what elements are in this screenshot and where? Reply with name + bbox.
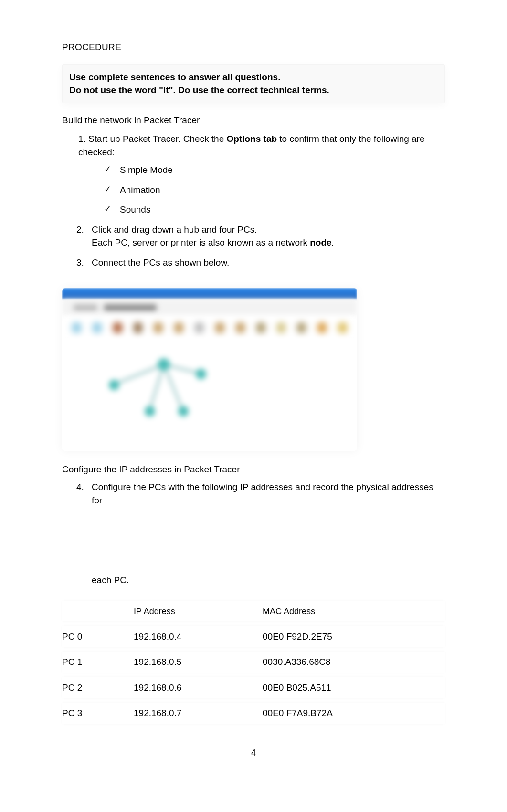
step-1-prefix: 1. Start up Packet Tracer. Check the (78, 134, 227, 144)
cell-ip: 192.168.0.6 (134, 677, 263, 698)
menu-blob (74, 304, 97, 311)
cell-pc: PC 2 (62, 677, 134, 698)
step-4-text: Configure the PCs with the following IP … (92, 481, 445, 507)
cell-pc: PC 0 (62, 626, 134, 647)
step-4-continuation: each PC. (92, 574, 445, 587)
header-ip: IP Address (134, 601, 263, 621)
toolbar-icon (174, 322, 184, 333)
step-2-number: 2. (76, 223, 92, 249)
table-row: PC 2 192.168.0.6 00E0.B025.A511 (62, 677, 445, 698)
cell-mac: 0030.A336.68C8 (263, 652, 445, 673)
check-label: Simple Mode (120, 163, 173, 177)
table-header-row: IP Address MAC Address (62, 601, 445, 621)
packet-tracer-screenshot (62, 288, 357, 451)
check-simple-mode: ✓ Simple Mode (104, 163, 445, 177)
svg-line-0 (114, 364, 164, 385)
step-2-line-1: Click and drag down a hub and four PCs. (92, 223, 445, 236)
cell-ip: 192.168.0.5 (134, 652, 263, 673)
step-3-text: Connect the PCs as shown below. (92, 256, 445, 269)
pc-node (196, 369, 206, 379)
checkmark-icon: ✓ (104, 165, 111, 173)
toolbar-icon (153, 322, 163, 333)
step-2-line-2-prefix: Each PC, server or printer is also known… (92, 237, 310, 247)
check-sounds: ✓ Sounds (104, 203, 445, 216)
toolbar-icon (317, 322, 327, 333)
toolbar-icon (72, 322, 82, 333)
cell-mac: 00E0.F7A9.B72A (263, 703, 445, 724)
toolbar (62, 316, 357, 339)
options-checklist: ✓ Simple Mode ✓ Animation ✓ Sounds (104, 163, 445, 216)
step-2: 2. Click and drag down a hub and four PC… (76, 223, 445, 249)
pc-node (145, 406, 155, 417)
build-section-heading: Build the network in Packet Tracer (62, 114, 445, 127)
step-2-line-2-bold: node (310, 237, 331, 247)
page-number: 4 (62, 747, 445, 759)
configure-section-heading: Configure the IP addresses in Packet Tra… (62, 463, 445, 476)
cell-ip: 192.168.0.7 (134, 703, 263, 724)
toolbar-icon (113, 322, 123, 333)
table-row: PC 3 192.168.0.7 00E0.F7A9.B72A (62, 703, 445, 724)
procedure-heading: PROCEDURE (62, 41, 445, 54)
step-3-number: 3. (76, 256, 92, 269)
toolbar-icon (276, 322, 286, 333)
check-animation: ✓ Animation (104, 183, 445, 197)
cell-pc: PC 1 (62, 652, 134, 673)
network-topology-lines (62, 339, 357, 439)
cell-mac: 00E0.B025.A511 (263, 677, 445, 698)
callout-line-1: Use complete sentences to answer all que… (69, 71, 438, 84)
svg-line-1 (149, 364, 164, 411)
instruction-callout: Use complete sentences to answer all que… (62, 64, 445, 103)
step-1: 1. Start up Packet Tracer. Check the Opt… (78, 132, 445, 159)
window-title-bar (62, 288, 357, 299)
check-label: Animation (120, 183, 160, 197)
ip-mac-table: IP Address MAC Address PC 0 192.168.0.4 … (62, 597, 445, 728)
cell-mac: 00E0.F92D.2E75 (263, 626, 445, 647)
menu-bar (62, 299, 357, 316)
toolbar-icon (338, 322, 348, 333)
toolbar-icon (92, 322, 102, 333)
step-4: 4. Configure the PCs with the following … (76, 481, 445, 507)
toolbar-icon (215, 322, 225, 333)
menu-blob (104, 304, 157, 311)
header-pc (62, 601, 134, 621)
toolbar-icon (194, 322, 204, 333)
checkmark-icon: ✓ (104, 204, 111, 213)
cell-ip: 192.168.0.4 (134, 626, 263, 647)
toolbar-icon (133, 322, 143, 333)
pc-node (178, 406, 189, 417)
cell-pc: PC 3 (62, 703, 134, 724)
network-canvas (62, 339, 357, 439)
toolbar-icon (256, 322, 266, 333)
step-3: 3. Connect the PCs as shown below. (76, 256, 445, 269)
step-2-line-2-suffix: . (332, 237, 334, 247)
pc-node (109, 380, 119, 390)
svg-line-2 (164, 364, 183, 411)
table-row: PC 0 192.168.0.4 00E0.F92D.2E75 (62, 626, 445, 647)
table-row: PC 1 192.168.0.5 0030.A336.68C8 (62, 652, 445, 673)
step-4-number: 4. (76, 481, 92, 507)
hub-node (158, 358, 170, 371)
toolbar-icon (235, 322, 245, 333)
step-2-line-2: Each PC, server or printer is also known… (92, 236, 445, 249)
callout-line-2: Do not use the word "it". Do use the cor… (69, 84, 438, 97)
step-1-bold: Options tab (227, 134, 277, 144)
toolbar-icon (296, 322, 306, 333)
header-mac: MAC Address (263, 601, 445, 621)
checkmark-icon: ✓ (104, 185, 111, 193)
check-label: Sounds (120, 203, 150, 216)
